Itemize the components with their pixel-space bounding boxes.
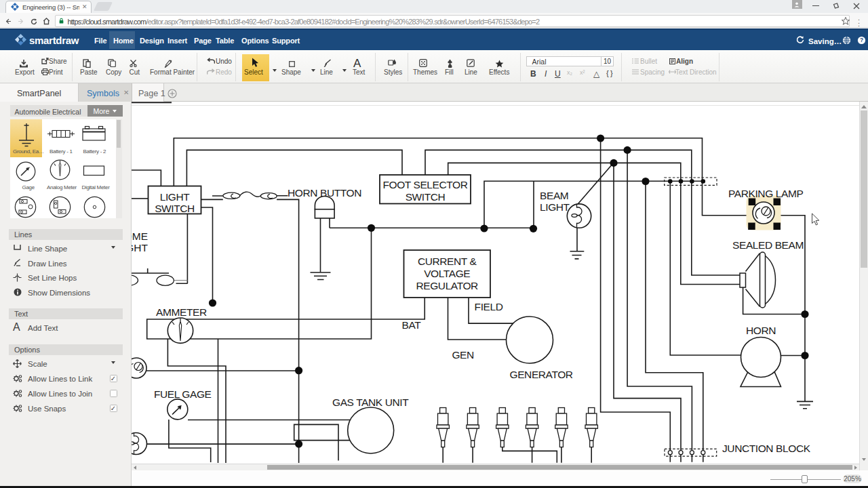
svg-text:HORN: HORN [746, 325, 776, 336]
svg-text:DOME: DOME [132, 230, 148, 242]
svg-text:SWITCH: SWITCH [406, 191, 446, 203]
svg-text:BEAM: BEAM [540, 190, 568, 201]
svg-text:LIGHT: LIGHT [540, 201, 570, 213]
svg-text:BAT: BAT [402, 319, 422, 331]
svg-text:REGULATOR: REGULATOR [416, 280, 478, 291]
svg-text:FUEL GAGE: FUEL GAGE [154, 388, 212, 400]
svg-text:GENERATOR: GENERATOR [510, 369, 573, 380]
svg-text:GAS TANK UNIT: GAS TANK UNIT [332, 396, 409, 408]
svg-text:SWITCH: SWITCH [155, 203, 195, 214]
svg-text:SEALED BEAM: SEALED BEAM [732, 239, 804, 251]
svg-text:LIGHT: LIGHT [160, 191, 191, 203]
svg-text:GEN: GEN [452, 349, 473, 361]
svg-text:FOOT SELECTOR: FOOT SELECTOR [382, 179, 467, 190]
svg-text:HORN BUTTON: HORN BUTTON [288, 187, 361, 199]
svg-text:CURRENT &: CURRENT & [418, 256, 477, 267]
svg-text:JUNCTION BLOCK: JUNCTION BLOCK [722, 443, 811, 454]
svg-text:?: ? [860, 37, 863, 43]
svg-text:AMMETER: AMMETER [156, 306, 207, 318]
svg-text:FIELD: FIELD [475, 301, 503, 312]
svg-text:LIGHT: LIGHT [132, 242, 149, 253]
svg-text:PARKING LAMP: PARKING LAMP [728, 188, 803, 199]
svg-text:VOLTAGE: VOLTAGE [424, 268, 470, 279]
